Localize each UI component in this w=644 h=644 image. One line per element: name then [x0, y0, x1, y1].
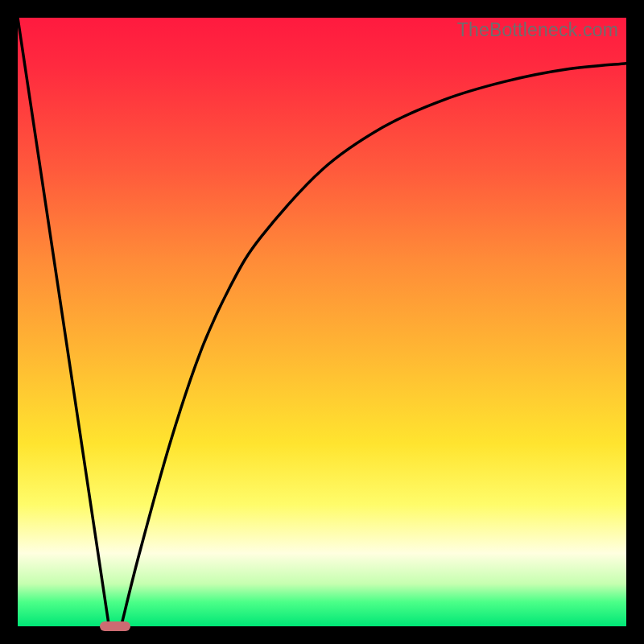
chart-plot-area: TheBottleneck.com	[18, 18, 626, 626]
curve-left-arm	[18, 18, 109, 626]
chart-curves	[18, 18, 626, 626]
chart-frame: TheBottleneck.com	[0, 0, 644, 644]
bottleneck-marker	[100, 621, 130, 631]
curve-right-arm	[122, 64, 627, 626]
